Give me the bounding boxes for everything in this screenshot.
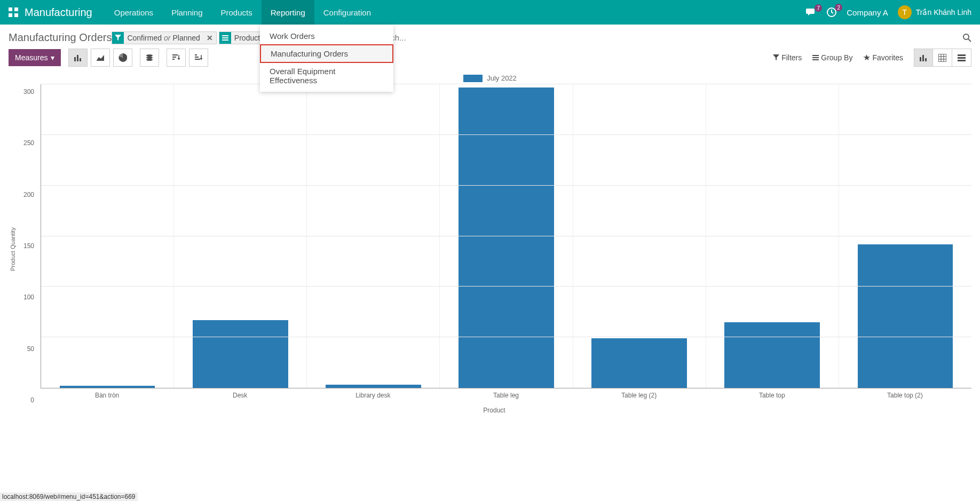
page-title: Manufacturing Orders — [9, 31, 112, 44]
x-label: Library desk — [306, 388, 439, 399]
measures-button[interactable]: Measures ▾ — [9, 49, 61, 66]
bar-slot — [174, 84, 307, 388]
bar[interactable] — [724, 322, 820, 388]
svg-rect-19 — [195, 54, 197, 55]
stacked-button[interactable] — [140, 49, 159, 67]
bar-chart-button[interactable] — [68, 49, 88, 67]
svg-rect-22 — [812, 55, 819, 56]
group-product: Product — [234, 34, 260, 42]
menu-products[interactable]: Products — [212, 0, 262, 25]
filter-remove[interactable]: ✕ — [203, 34, 216, 42]
reporting-dropdown: Work Orders Manufacturing Orders Overall… — [260, 25, 393, 92]
brand[interactable]: Manufacturing — [25, 6, 92, 19]
chart-container: July 2022 Product Quantity 3002502001501… — [0, 69, 980, 414]
svg-rect-0 — [9, 7, 12, 11]
x-label: Table top (2) — [839, 388, 971, 399]
line-chart-button[interactable] — [91, 49, 110, 67]
y-tick: 300 — [17, 88, 38, 96]
filter-confirmed: Confirmed — [127, 34, 162, 42]
svg-rect-12 — [80, 58, 81, 61]
avatar: T — [898, 5, 912, 19]
x-label: Table top — [706, 388, 839, 399]
sort-asc-button[interactable] — [189, 49, 208, 67]
svg-rect-25 — [920, 57, 921, 61]
svg-rect-27 — [925, 58, 927, 61]
filter-icon — [112, 32, 124, 44]
svg-point-14 — [146, 57, 153, 59]
main-menu: Operations Planning Products Reporting C… — [105, 0, 380, 25]
menu-operations[interactable]: Operations — [105, 0, 162, 25]
bar[interactable] — [591, 338, 687, 388]
nav-right: 7 2 Company A T Trần Khánh Linh — [806, 5, 971, 19]
bar[interactable] — [193, 320, 288, 388]
pivot-view-button[interactable] — [933, 49, 952, 67]
bar[interactable] — [60, 386, 155, 388]
bar[interactable] — [459, 88, 554, 388]
dropdown-manufacturing-orders[interactable]: Manufacturing Orders — [260, 44, 393, 63]
bar-slot — [440, 84, 573, 388]
svg-rect-5 — [222, 35, 228, 36]
svg-rect-11 — [77, 55, 78, 61]
graph-view-button[interactable] — [914, 49, 933, 67]
svg-rect-7 — [222, 39, 228, 41]
filters-button[interactable]: Filters — [773, 53, 802, 62]
svg-rect-1 — [14, 7, 18, 11]
chart-legend: July 2022 — [9, 74, 971, 82]
svg-rect-28 — [938, 54, 946, 62]
y-ticks: 300250200150100500 — [17, 84, 38, 400]
y-tick: 0 — [17, 396, 38, 404]
svg-rect-17 — [172, 57, 176, 58]
activities-icon[interactable]: 2 — [826, 7, 837, 18]
filter-or: or — [164, 34, 170, 42]
user-menu[interactable]: T Trần Khánh Linh — [898, 5, 971, 19]
legend-label: July 2022 — [487, 74, 517, 82]
bar-slot — [706, 84, 839, 388]
user-name: Trần Khánh Linh — [916, 8, 971, 17]
menu-reporting[interactable]: Reporting — [262, 0, 314, 25]
legend-swatch — [463, 75, 483, 82]
company-switcher[interactable]: Company A — [847, 8, 888, 17]
bar[interactable] — [858, 244, 953, 388]
y-axis-label: Product Quantity — [9, 84, 17, 414]
x-axis-label: Product — [17, 407, 971, 414]
svg-rect-18 — [172, 59, 175, 60]
x-label: Bàn tròn — [41, 388, 173, 399]
svg-point-15 — [146, 59, 153, 61]
svg-point-13 — [146, 54, 153, 57]
svg-rect-2 — [9, 13, 12, 17]
groupby-button[interactable]: Group By — [812, 53, 852, 62]
messages-icon[interactable]: 7 — [806, 7, 817, 17]
bar-slot — [839, 84, 971, 388]
x-labels: Bàn trònDeskLibrary deskTable legTable l… — [41, 388, 971, 399]
svg-rect-24 — [812, 59, 819, 60]
list-view-button[interactable] — [952, 49, 971, 67]
dropdown-oee[interactable]: Overall Equipment Effectiveness — [260, 63, 393, 89]
menu-planning[interactable]: Planning — [162, 0, 211, 25]
bar-slot — [573, 84, 706, 388]
bar-slot — [41, 84, 174, 388]
y-tick: 150 — [17, 242, 38, 250]
messages-badge: 7 — [815, 4, 822, 12]
y-tick: 100 — [17, 293, 38, 301]
svg-rect-6 — [222, 37, 228, 38]
filter-planned: Planned — [172, 34, 200, 42]
svg-rect-33 — [958, 54, 966, 56]
favorites-button[interactable]: Favorites — [863, 53, 903, 62]
svg-rect-34 — [958, 57, 966, 59]
pie-chart-button[interactable] — [113, 49, 132, 67]
dropdown-work-orders[interactable]: Work Orders — [260, 28, 393, 44]
search-icon[interactable] — [963, 34, 971, 42]
apps-icon[interactable] — [9, 7, 18, 17]
svg-rect-35 — [958, 60, 966, 61]
sort-desc-button[interactable] — [167, 49, 186, 67]
svg-line-9 — [968, 39, 971, 42]
x-label: Desk — [173, 388, 306, 399]
bar[interactable] — [326, 385, 421, 388]
top-nav: Manufacturing Operations Planning Produc… — [0, 0, 980, 25]
svg-rect-3 — [14, 13, 18, 17]
svg-rect-26 — [922, 55, 924, 61]
svg-rect-20 — [195, 57, 199, 58]
groupby-icon — [219, 32, 231, 44]
menu-configuration[interactable]: Configuration — [314, 0, 380, 25]
chart-plot — [41, 84, 971, 388]
